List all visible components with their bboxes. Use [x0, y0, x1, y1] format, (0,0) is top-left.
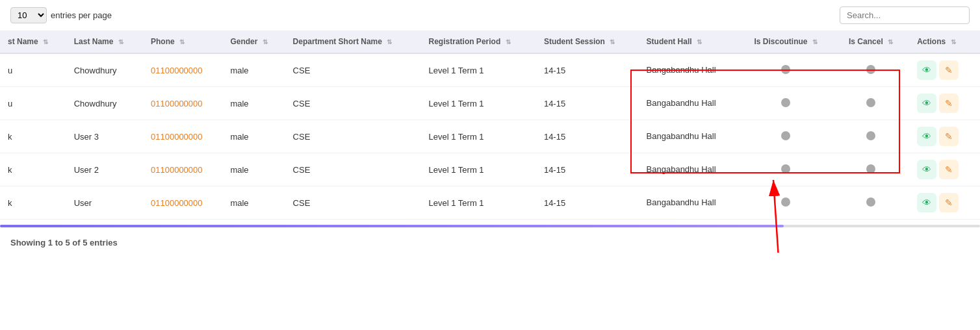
cancel-dot: [866, 197, 875, 207]
table-cell: 14-15: [536, 120, 639, 153]
sort-icon-phone: ⇅: [179, 38, 185, 45]
is-cancel-cell: [832, 120, 909, 153]
table-cell: 14-15: [536, 53, 639, 87]
discontinue-dot: [781, 131, 790, 140]
table-cell: CSE: [285, 186, 421, 220]
col-gender-label: Gender: [230, 37, 257, 46]
edit-button[interactable]: ✎: [939, 160, 959, 179]
table-cell: u: [0, 53, 66, 87]
table-row: uChowdhury01100000000maleCSELevel 1 Term…: [0, 87, 980, 120]
col-last-name[interactable]: Last Name ⇅: [66, 31, 143, 53]
table-cell: Bangabandhu Hall: [639, 153, 740, 186]
col-cancel[interactable]: Is Cancel ⇅: [832, 31, 909, 53]
table-container: st Name ⇅ Last Name ⇅ Phone ⇅ Gender ⇅: [0, 31, 980, 225]
col-discontinue[interactable]: Is Discoutinue ⇅: [739, 31, 832, 53]
table-cell: male: [222, 87, 285, 120]
table-cell: 01100000000: [143, 87, 222, 120]
table-cell: k: [0, 153, 66, 186]
cancel-dot: [866, 98, 875, 107]
table-cell: Level 1 Term 1: [421, 53, 536, 87]
table-cell: CSE: [285, 153, 421, 186]
is-cancel-cell: [832, 53, 909, 87]
view-button[interactable]: 👁: [917, 127, 936, 146]
table-cell: User 3: [66, 120, 143, 153]
sort-icon-hall: ⇅: [697, 38, 702, 45]
table-cell: k: [0, 186, 66, 220]
sort-icon-session: ⇅: [610, 38, 615, 45]
col-reg-period-label: Registration Period: [429, 37, 501, 46]
scrollbar-container: [0, 225, 980, 227]
edit-button[interactable]: ✎: [939, 127, 959, 146]
table-cell: k: [0, 120, 66, 153]
is-cancel-cell: [832, 153, 909, 186]
discontinue-dot: [781, 98, 790, 107]
actions-cell: 👁✎: [909, 120, 980, 153]
footer-showing: Showing: [10, 238, 48, 247]
table-cell: User: [66, 186, 143, 220]
table-cell: 14-15: [536, 153, 639, 186]
view-button[interactable]: 👁: [917, 60, 936, 80]
view-button[interactable]: 👁: [917, 193, 936, 212]
actions-cell: 👁✎: [909, 186, 980, 220]
edit-button[interactable]: ✎: [939, 193, 959, 212]
top-bar: 10 25 50 100 entries per page: [0, 0, 980, 31]
view-button[interactable]: 👁: [917, 94, 936, 113]
col-hall[interactable]: Student Hall ⇅: [639, 31, 740, 53]
table-cell: Chowdhury: [66, 53, 143, 87]
table-cell: male: [222, 186, 285, 220]
table-cell: 01100000000: [143, 120, 222, 153]
footer: Showing 1 to 5 of 5 entries: [0, 233, 980, 253]
search-input[interactable]: [840, 6, 970, 24]
table-cell: Level 1 Term 1: [421, 186, 536, 220]
sort-icon-actions: ⇅: [951, 38, 956, 45]
table-cell: Chowdhury: [66, 87, 143, 120]
is-cancel-cell: [832, 87, 909, 120]
edit-button[interactable]: ✎: [939, 94, 959, 113]
table-cell: u: [0, 87, 66, 120]
table-wrapper: st Name ⇅ Last Name ⇅ Phone ⇅ Gender ⇅: [0, 31, 980, 225]
entries-per-page-select[interactable]: 10 25 50 100: [10, 7, 47, 23]
is-cancel-cell: [832, 186, 909, 220]
table-cell: male: [222, 120, 285, 153]
table-body: uChowdhury01100000000maleCSELevel 1 Term…: [0, 53, 980, 220]
discontinue-dot: [781, 65, 790, 74]
footer-range-end: 5: [66, 238, 70, 247]
col-cancel-label: Is Cancel: [849, 37, 883, 46]
table-cell: Level 1 Term 1: [421, 120, 536, 153]
table-cell: CSE: [285, 87, 421, 120]
footer-of: of: [70, 238, 83, 247]
col-reg-period[interactable]: Registration Period ⇅: [421, 31, 536, 53]
col-last-name-label: Last Name: [74, 37, 114, 46]
actions-cell: 👁✎: [909, 87, 980, 120]
footer-to: to: [53, 238, 66, 247]
view-button[interactable]: 👁: [917, 160, 936, 179]
footer-entries: entries: [87, 238, 117, 247]
table-header: st Name ⇅ Last Name ⇅ Phone ⇅ Gender ⇅: [0, 31, 980, 53]
col-first-name[interactable]: st Name ⇅: [0, 31, 66, 53]
is-discontinue-cell: [739, 120, 832, 153]
col-gender[interactable]: Gender ⇅: [222, 31, 285, 53]
edit-button[interactable]: ✎: [939, 60, 959, 80]
sort-icon-last-name: ⇅: [118, 38, 123, 45]
table-cell: CSE: [285, 53, 421, 87]
is-discontinue-cell: [739, 87, 832, 120]
entries-select-container: 10 25 50 100 entries per page: [10, 7, 112, 23]
discontinue-dot: [781, 164, 790, 173]
table-cell: 14-15: [536, 87, 639, 120]
sort-icon-cancel: ⇅: [888, 38, 893, 45]
table-row: kUser01100000000maleCSELevel 1 Term 114-…: [0, 186, 980, 220]
col-session[interactable]: Student Session ⇅: [536, 31, 639, 53]
is-discontinue-cell: [739, 53, 832, 87]
col-phone[interactable]: Phone ⇅: [143, 31, 222, 53]
col-dept[interactable]: Department Short Name ⇅: [285, 31, 421, 53]
table-cell: 01100000000: [143, 53, 222, 87]
entries-label: entries per page: [51, 10, 112, 20]
cancel-dot: [866, 164, 875, 173]
cancel-dot: [866, 131, 875, 140]
footer-range-start: 1: [48, 238, 53, 247]
table-cell: Bangabandhu Hall: [639, 120, 740, 153]
scrollbar-track: [0, 225, 980, 227]
table-cell: Bangabandhu Hall: [639, 87, 740, 120]
table-cell: Bangabandhu Hall: [639, 186, 740, 220]
actions-cell: 👁✎: [909, 53, 980, 87]
